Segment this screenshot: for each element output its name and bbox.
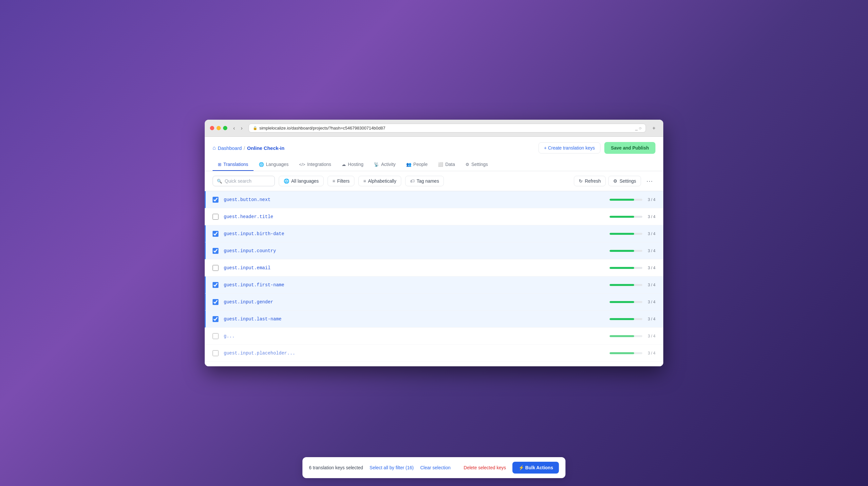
- search-input[interactable]: [225, 178, 271, 184]
- nav-tabs: ⊞ Translations 🌐 Languages </> Integrati…: [213, 159, 655, 171]
- table-row: guest.input.gender 3 / 4: [205, 293, 663, 311]
- progress-bar-container: [610, 335, 642, 337]
- breadcrumb-dashboard[interactable]: Dashboard: [218, 145, 242, 151]
- translation-key[interactable]: guest.input.birth-date: [224, 231, 610, 236]
- translation-key[interactable]: g...: [224, 334, 610, 339]
- row-progress: 3 / 4: [610, 283, 655, 287]
- progress-bar-container: [610, 199, 642, 201]
- translation-key[interactable]: guest.header.title: [224, 214, 610, 219]
- progress-bar-container: [610, 318, 642, 320]
- save-and-publish-button[interactable]: Save and Publish: [604, 142, 655, 154]
- translations-icon: ⊞: [218, 162, 221, 167]
- translation-key[interactable]: guest.input.last-name: [224, 316, 610, 322]
- filters-icon: ≡: [333, 178, 335, 184]
- table-row: guest.input.email 3 / 4: [205, 259, 663, 277]
- settings-toolbar-button[interactable]: ⚙ Settings: [608, 176, 641, 186]
- progress-bar-fill: [610, 267, 634, 269]
- address-bar[interactable]: 🔒 simplelocalize.io/dashboard/projects/?…: [249, 124, 646, 133]
- progress-bar-container: [610, 284, 642, 286]
- tab-integrations-label: Integrations: [307, 162, 331, 167]
- tab-hosting[interactable]: ☁ Hosting: [336, 159, 369, 171]
- languages-icon: 🌐: [259, 162, 264, 167]
- progress-bar-container: [610, 233, 642, 235]
- table-row: guest.button.next 3 / 4: [205, 191, 663, 208]
- url-text: simplelocalize.io/dashboard/projects/?ha…: [259, 125, 385, 131]
- progress-bar-container: [610, 267, 642, 269]
- progress-bar-container: [610, 352, 642, 354]
- all-languages-label: All languages: [291, 178, 319, 184]
- delete-selected-keys-button[interactable]: Delete selected keys: [464, 465, 506, 470]
- translation-key[interactable]: guest.input.country: [224, 248, 610, 254]
- filters-label: Filters: [337, 178, 349, 184]
- row-checkbox[interactable]: [213, 197, 218, 203]
- select-all-by-filter-button[interactable]: Select all by filter (16): [370, 465, 414, 470]
- tab-data-label: Data: [445, 162, 455, 167]
- row-checkbox[interactable]: [213, 265, 218, 271]
- table-row: g... 3 / 4: [205, 327, 663, 345]
- progress-label: 3 / 4: [646, 351, 655, 355]
- refresh-button[interactable]: ↻ Refresh: [574, 176, 606, 186]
- new-tab-button[interactable]: +: [650, 124, 658, 133]
- tab-people[interactable]: 👥 People: [401, 159, 433, 171]
- row-checkbox[interactable]: [213, 333, 218, 339]
- data-icon: ⬜: [438, 162, 443, 167]
- sort-icon: ≡: [363, 178, 366, 184]
- clear-selection-button[interactable]: Clear selection: [420, 465, 451, 470]
- row-checkbox[interactable]: [213, 282, 218, 288]
- tab-data[interactable]: ⬜ Data: [433, 159, 460, 171]
- tab-translations[interactable]: ⊞ Translations: [213, 159, 253, 171]
- back-button[interactable]: ‹: [231, 124, 237, 132]
- tag-names-button[interactable]: 🏷 Tag names: [405, 176, 444, 186]
- table-row: guest.input.first-name 3 / 4: [205, 277, 663, 293]
- tab-activity-label: Activity: [381, 162, 395, 167]
- progress-label: 3 / 4: [646, 317, 655, 321]
- tag-icon: 🏷: [410, 178, 415, 184]
- settings-toolbar-label: Settings: [619, 178, 636, 184]
- toolbar: 🔍 🌐 All languages ≡ Filters ≡ Alphabetic…: [205, 171, 663, 191]
- row-checkbox[interactable]: [213, 231, 218, 237]
- search-box[interactable]: 🔍: [213, 176, 275, 186]
- progress-bar-container: [610, 250, 642, 252]
- filters-button[interactable]: ≡ Filters: [328, 176, 354, 186]
- progress-bar-fill: [610, 335, 634, 337]
- row-progress: 3 / 4: [610, 197, 655, 202]
- translation-key[interactable]: guest.button.next: [224, 197, 610, 202]
- translation-key[interactable]: guest.input.placeholder...: [224, 350, 610, 356]
- maximize-button[interactable]: [223, 126, 227, 130]
- search-icon: 🔍: [217, 179, 222, 184]
- translation-key[interactable]: guest.input.first-name: [224, 282, 610, 288]
- row-checkbox[interactable]: [213, 316, 218, 322]
- bulk-actions-button[interactable]: ⚡ Bulk Actions: [513, 462, 559, 474]
- activity-icon: 📡: [374, 162, 379, 167]
- tab-integrations[interactable]: </> Integrations: [294, 159, 336, 171]
- bulk-action-bar: 6 translation keys selected Select all b…: [302, 457, 565, 478]
- home-icon[interactable]: ⌂: [213, 145, 216, 151]
- browser-window: ‹ › 🔒 simplelocalize.io/dashboard/projec…: [205, 120, 663, 366]
- row-checkbox[interactable]: [213, 299, 218, 305]
- row-progress: 3 / 4: [610, 231, 655, 236]
- row-checkbox[interactable]: [213, 214, 218, 220]
- row-checkbox[interactable]: [213, 248, 218, 254]
- tab-languages[interactable]: 🌐 Languages: [253, 159, 294, 171]
- progress-label: 3 / 4: [646, 215, 655, 219]
- settings-gear-icon: ⚙: [613, 178, 617, 184]
- create-translation-keys-button[interactable]: + Create translation keys: [538, 142, 600, 153]
- tab-people-label: People: [413, 162, 428, 167]
- translation-key[interactable]: guest.input.gender: [224, 299, 610, 305]
- translation-key[interactable]: guest.input.email: [224, 265, 610, 270]
- app-content: ⌂ Dashboard / Online Check-in + Create t…: [205, 137, 663, 366]
- forward-button[interactable]: ›: [239, 124, 244, 132]
- close-button[interactable]: [210, 126, 214, 130]
- people-icon: 👥: [406, 162, 411, 167]
- alphabetically-button[interactable]: ≡ Alphabetically: [358, 176, 401, 186]
- breadcrumb-current-project: Online Check-in: [247, 145, 284, 151]
- tab-activity[interactable]: 📡 Activity: [369, 159, 401, 171]
- all-languages-filter[interactable]: 🌐 All languages: [279, 176, 323, 186]
- tab-settings[interactable]: ⚙ Settings: [460, 159, 493, 171]
- more-options-button[interactable]: ⋯: [644, 176, 655, 186]
- progress-label: 3 / 4: [646, 231, 655, 236]
- minimize-button[interactable]: [217, 126, 221, 130]
- translate-icon[interactable]: ⎯ ⟳: [635, 125, 642, 131]
- header-actions: + Create translation keys Save and Publi…: [538, 142, 655, 154]
- row-checkbox[interactable]: [213, 350, 218, 356]
